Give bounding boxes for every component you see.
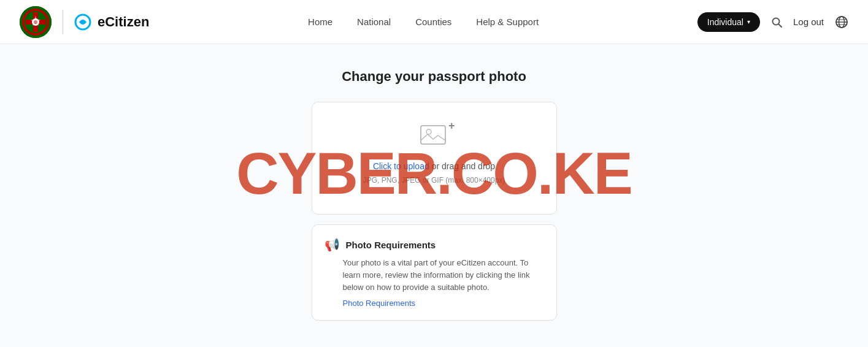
plus-icon: + bbox=[448, 120, 455, 132]
svg-line-10 bbox=[778, 24, 782, 27]
main-content: Change your passport photo + Click to up… bbox=[0, 44, 868, 347]
logo-divider bbox=[63, 10, 63, 34]
logout-link[interactable]: Log out bbox=[793, 17, 824, 27]
image-upload-icon bbox=[420, 122, 449, 149]
globe-icon bbox=[835, 15, 848, 29]
megaphone-icon: 📢 bbox=[325, 237, 340, 252]
upload-text[interactable]: Click to upload or drag and drop bbox=[373, 161, 495, 171]
chevron-down-icon: ▾ bbox=[747, 18, 750, 25]
ecitizen-icon bbox=[74, 13, 91, 31]
requirements-body: Your photo is a vital part of your eCiti… bbox=[325, 257, 544, 294]
navbar: eCitizen Home National Counties Help & S… bbox=[0, 0, 868, 44]
navbar-brand: eCitizen bbox=[20, 6, 149, 38]
navbar-right: Individual ▾ Log out bbox=[697, 12, 848, 32]
language-button[interactable] bbox=[835, 15, 848, 29]
upload-hint: JPG, PNG, JPEG or GIF (max. 800×400px) bbox=[363, 176, 505, 185]
requirements-title: Photo Requirements bbox=[346, 240, 436, 250]
click-to-upload-link[interactable]: Click to upload bbox=[373, 161, 429, 171]
search-icon bbox=[771, 17, 782, 28]
upload-card: + Click to upload or drag and drop JPG, … bbox=[312, 102, 557, 215]
kenya-emblem bbox=[20, 6, 52, 38]
individual-label: Individual bbox=[707, 17, 743, 27]
svg-rect-16 bbox=[421, 126, 445, 144]
drag-drop-text: or drag and drop bbox=[429, 161, 495, 171]
photo-requirements-link[interactable]: Photo Requirements bbox=[325, 299, 544, 308]
requirements-header: 📢 Photo Requirements bbox=[325, 237, 544, 252]
search-button[interactable] bbox=[771, 17, 782, 28]
navbar-center: Home National Counties Help & Support bbox=[308, 17, 539, 27]
individual-dropdown-button[interactable]: Individual ▾ bbox=[697, 12, 760, 32]
brand-name: eCitizen bbox=[98, 14, 149, 30]
page-title: Change your passport photo bbox=[342, 69, 526, 85]
nav-help-support[interactable]: Help & Support bbox=[476, 17, 539, 27]
upload-area[interactable]: + Click to upload or drag and drop JPG, … bbox=[363, 122, 505, 194]
requirements-box: 📢 Photo Requirements Your photo is a vit… bbox=[312, 224, 557, 321]
nav-counties[interactable]: Counties bbox=[415, 17, 451, 27]
svg-point-17 bbox=[426, 129, 431, 134]
nav-home[interactable]: Home bbox=[308, 17, 332, 27]
upload-icon-container: + bbox=[420, 122, 449, 151]
nav-national[interactable]: National bbox=[357, 17, 391, 27]
